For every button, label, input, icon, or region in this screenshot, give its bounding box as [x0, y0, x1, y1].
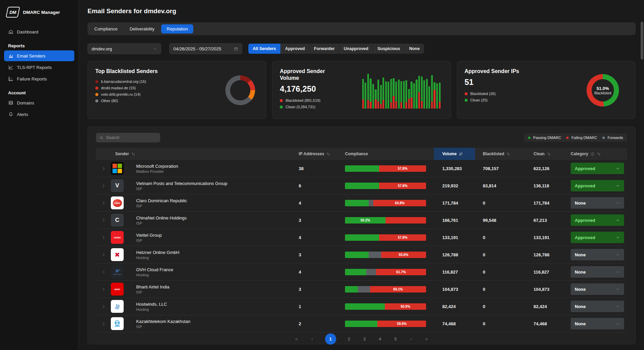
compliance-percentage: 50.9%	[401, 305, 410, 308]
pagination-first-button[interactable]: «	[294, 336, 299, 342]
volume-bar	[405, 80, 407, 109]
pagination-next-button[interactable]: ›	[408, 336, 414, 342]
volume-value: 1,330,283	[434, 166, 475, 171]
sidebar-item-email-senders[interactable]: Email Senders	[4, 50, 74, 61]
category-value: None	[575, 252, 586, 257]
row-expand-button[interactable]	[96, 253, 111, 257]
compliance-percentage: 57.8%	[398, 236, 407, 239]
clean-value: 126,788	[526, 252, 564, 257]
compliance-bar: 59.9%	[345, 321, 426, 327]
blacklisted-value: 0	[475, 201, 526, 206]
sender-type: Hosting	[132, 256, 288, 260]
search-input[interactable]	[106, 135, 157, 140]
sender-type-button-approved[interactable]: Approved	[281, 44, 309, 54]
view-tabs: ComplianceDeliverabilityReputation	[88, 22, 636, 35]
legend-dot	[465, 99, 468, 102]
compliance-segment-red: 57.8%	[379, 165, 426, 172]
row-expand-button[interactable]	[96, 184, 111, 188]
blacklisted-value: 0	[475, 321, 526, 326]
row-expand-button[interactable]	[96, 322, 111, 326]
pagination-page-2[interactable]: 2	[346, 336, 352, 342]
sender-type-button-forwarder[interactable]: Forwarder	[309, 44, 339, 54]
category-select[interactable]: Approved	[571, 163, 624, 174]
pagination-last-button[interactable]: »	[424, 336, 429, 342]
category-select[interactable]: None	[571, 249, 624, 260]
category-select[interactable]: Approved	[571, 232, 624, 243]
compliance-segment-red: 50.9%	[385, 303, 426, 310]
tab-reputation[interactable]: Reputation	[161, 24, 193, 33]
sender-type-button-unapproved[interactable]: Unapproved	[339, 44, 373, 54]
sidebar-item-alerts[interactable]: Alerts	[4, 109, 74, 120]
volume-value: 133,191	[434, 235, 475, 240]
compliance-segment-red	[386, 217, 426, 224]
compliance-bar: 57.8%	[345, 165, 426, 172]
column-header-category[interactable]: Category	[564, 148, 627, 160]
volume-bar	[431, 75, 433, 109]
sidebar-item-domains[interactable]: Domains	[4, 97, 74, 108]
sender-type-filter: All SendersApprovedForwarderUnapprovedSu…	[248, 44, 424, 54]
category-select[interactable]: Approved	[571, 214, 624, 226]
ip-address-count: 1	[288, 304, 343, 309]
clean-value: 116,827	[526, 270, 564, 275]
column-header-blacklisted[interactable]: Blacklisted	[475, 148, 526, 160]
sender-type-button-all-senders[interactable]: All Senders	[248, 44, 281, 54]
row-expand-button[interactable]	[96, 201, 111, 205]
scrollbar-thumb[interactable]	[641, 22, 643, 60]
category-select[interactable]: None	[571, 197, 624, 209]
pagination-page-3[interactable]: 3	[362, 336, 367, 342]
sidebar-item-tls-rpt-reports[interactable]: TLS-RPT Reports	[4, 62, 74, 73]
row-expand-button[interactable]	[96, 235, 111, 240]
sender-logo: C	[111, 214, 124, 227]
main-content: Email Senders for dmdev.org ComplianceDe…	[79, 0, 644, 350]
chevron-right-icon	[101, 166, 106, 171]
category-select[interactable]: None	[571, 266, 624, 278]
compliance-segment-green	[345, 269, 366, 275]
row-expand-button[interactable]	[96, 304, 111, 309]
compliance-segment-gray	[369, 252, 381, 258]
pagination-prev-button[interactable]: ‹	[309, 336, 315, 342]
category-select[interactable]: None	[571, 283, 624, 295]
row-expand-button[interactable]	[96, 270, 111, 274]
pagination-page-1[interactable]: 1	[325, 333, 336, 345]
domain-select[interactable]: dmdev.org	[88, 43, 161, 54]
sort-icon	[547, 152, 551, 156]
column-header-clean[interactable]: Clean	[526, 148, 564, 160]
volume-bar	[418, 76, 420, 109]
tab-compliance[interactable]: Compliance	[89, 24, 123, 33]
sender-logo	[111, 317, 124, 330]
bell-icon	[8, 112, 14, 117]
volume-bar	[398, 79, 400, 109]
sender-type-button-suspicious[interactable]: Suspicious	[373, 44, 405, 54]
clean-value: 104,873	[526, 287, 564, 292]
volume-bar	[365, 83, 366, 109]
compliance-segment-green	[345, 303, 385, 310]
category-select[interactable]: Approved	[571, 180, 624, 191]
filter-bar: dmdev.org 04/26/2025 - 05/27/2025 All Se…	[88, 43, 636, 54]
volume-bar	[393, 78, 394, 109]
column-header-volume-sorted[interactable]: Volume	[434, 148, 475, 160]
sender-type-button-none[interactable]: None	[405, 44, 424, 54]
app-title: DMARC Manager	[23, 10, 60, 15]
column-header-sender[interactable]: Sender	[111, 148, 288, 160]
row-expand-button[interactable]	[96, 218, 111, 223]
legend-dot	[280, 106, 283, 109]
sidebar-item-dashboard[interactable]: Dashboard	[4, 26, 74, 37]
clean-value: 74,468	[526, 321, 564, 326]
sidebar-item-failure-reports[interactable]: Failure Reports	[4, 73, 74, 84]
tab-deliverability[interactable]: Deliverability	[124, 24, 160, 33]
date-range-picker[interactable]: 04/26/2025 - 05/27/2025	[169, 43, 242, 54]
ip-address-count: 3	[288, 252, 343, 257]
row-expand-button[interactable]	[96, 166, 111, 171]
pagination-page-5[interactable]: 5	[393, 336, 398, 342]
page-title: Email Senders for dmdev.org	[88, 7, 636, 15]
category-select[interactable]: None	[571, 301, 624, 312]
category-select[interactable]: None	[571, 318, 624, 329]
table-row: V⁄OVH.com OVH Cloud France Hosting 4 61.…	[96, 263, 627, 281]
sidebar-item-label: Failure Reports	[17, 76, 47, 81]
category-value: Approved	[575, 183, 595, 188]
column-header-ip-addresses[interactable]: IP Addresses	[288, 148, 343, 160]
row-expand-button[interactable]	[96, 287, 111, 291]
pagination-page-4[interactable]: 4	[377, 336, 383, 342]
chevron-down-icon	[616, 201, 620, 205]
compliance-segment-red: 61.7%	[376, 269, 426, 275]
